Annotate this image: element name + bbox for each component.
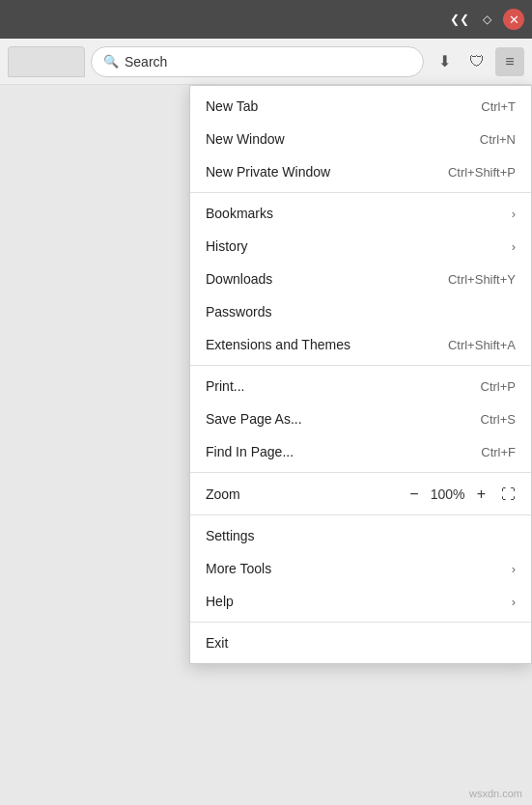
new-tab-shortcut: Ctrl+T: [481, 99, 516, 114]
menu-item-help[interactable]: Help ›: [190, 585, 531, 618]
menu-item-history[interactable]: History ›: [190, 230, 531, 263]
find-in-page-label: Find In Page...: [206, 444, 294, 459]
zoom-in-button[interactable]: +: [475, 486, 488, 502]
menu-item-new-private-window[interactable]: New Private Window Ctrl+Shift+P: [190, 155, 531, 188]
new-window-label: New Window: [206, 131, 285, 147]
passwords-label: Passwords: [206, 304, 271, 319]
watermark: wsxdn.com: [469, 788, 522, 799]
close-button[interactable]: ✕: [503, 9, 524, 30]
zoom-value-display: 100%: [431, 486, 465, 502]
menu-item-bookmarks[interactable]: Bookmarks ›: [190, 197, 531, 230]
search-icon: 🔍: [103, 54, 119, 69]
browser-menu: New Tab Ctrl+T New Window Ctrl+N New Pri…: [189, 85, 532, 664]
new-private-window-label: New Private Window: [206, 164, 330, 180]
menu-item-new-window[interactable]: New Window Ctrl+N: [190, 123, 531, 155]
bookmarks-label: Bookmarks: [206, 206, 273, 221]
menu-item-find-in-page[interactable]: Find In Page... Ctrl+F: [190, 435, 531, 468]
menu-section-new: New Tab Ctrl+T New Window Ctrl+N New Pri…: [190, 86, 531, 193]
bookmarks-arrow-icon: ›: [512, 207, 516, 221]
chevron-down-icon[interactable]: ❮❮: [449, 9, 470, 30]
menu-button[interactable]: ≡: [495, 47, 524, 76]
diamond-icon[interactable]: ◇: [476, 9, 497, 30]
menu-section-bookmarks: Bookmarks › History › Downloads Ctrl+Shi…: [190, 193, 531, 366]
menu-item-print[interactable]: Print... Ctrl+P: [190, 370, 531, 402]
history-label: History: [206, 238, 248, 254]
downloads-shortcut: Ctrl+Shift+Y: [448, 272, 516, 287]
search-bar[interactable]: 🔍 Search: [91, 46, 424, 77]
new-tab-label: New Tab: [206, 98, 258, 114]
menu-item-extensions[interactable]: Extensions and Themes Ctrl+Shift+A: [190, 328, 531, 361]
search-input-value: Search: [125, 54, 167, 69]
more-tools-label: More Tools: [206, 561, 271, 576]
shield-icon-button[interactable]: 🛡: [462, 47, 491, 76]
find-in-page-shortcut: Ctrl+F: [481, 445, 516, 459]
menu-section-settings: Settings More Tools › Help ›: [190, 515, 531, 623]
title-bar: ❮❮ ◇ ✕: [0, 0, 532, 39]
new-window-shortcut: Ctrl+N: [480, 132, 516, 147]
browser-toolbar: 🔍 Search ⬇ 🛡 ≡: [0, 39, 532, 85]
toolbar-icons: ⬇ 🛡 ≡: [430, 47, 524, 76]
settings-label: Settings: [206, 528, 255, 543]
menu-item-save-page[interactable]: Save Page As... Ctrl+S: [190, 402, 531, 435]
menu-item-new-tab[interactable]: New Tab Ctrl+T: [190, 90, 531, 123]
save-page-shortcut: Ctrl+S: [481, 412, 516, 427]
content-area: New Tab Ctrl+T New Window Ctrl+N New Pri…: [0, 85, 532, 805]
menu-section-exit: Exit: [190, 623, 531, 663]
print-label: Print...: [206, 378, 244, 394]
menu-item-downloads[interactable]: Downloads Ctrl+Shift+Y: [190, 263, 531, 295]
tab-stub: [8, 46, 85, 77]
fullscreen-icon[interactable]: ⛶: [501, 486, 516, 502]
menu-section-page: Print... Ctrl+P Save Page As... Ctrl+S F…: [190, 366, 531, 473]
menu-item-settings[interactable]: Settings: [190, 519, 531, 552]
print-shortcut: Ctrl+P: [481, 379, 516, 394]
help-arrow-icon: ›: [512, 595, 516, 609]
menu-section-zoom: Zoom − 100% + ⛶: [190, 473, 531, 515]
new-private-window-shortcut: Ctrl+Shift+P: [448, 165, 516, 180]
downloads-label: Downloads: [206, 271, 272, 287]
menu-item-passwords[interactable]: Passwords: [190, 295, 531, 328]
zoom-out-button[interactable]: −: [407, 486, 420, 502]
zoom-controls: − 100% + ⛶: [407, 486, 516, 502]
zoom-label: Zoom: [206, 486, 240, 502]
menu-item-more-tools[interactable]: More Tools ›: [190, 552, 531, 585]
save-page-label: Save Page As...: [206, 411, 302, 427]
exit-label: Exit: [206, 635, 228, 651]
zoom-row: Zoom − 100% + ⛶: [190, 477, 531, 511]
help-label: Help: [206, 594, 234, 609]
more-tools-arrow-icon: ›: [512, 562, 516, 576]
menu-item-exit[interactable]: Exit: [190, 626, 531, 659]
extensions-shortcut: Ctrl+Shift+A: [448, 338, 516, 352]
history-arrow-icon: ›: [512, 239, 516, 254]
download-icon-button[interactable]: ⬇: [430, 47, 459, 76]
extensions-label: Extensions and Themes: [206, 337, 350, 352]
